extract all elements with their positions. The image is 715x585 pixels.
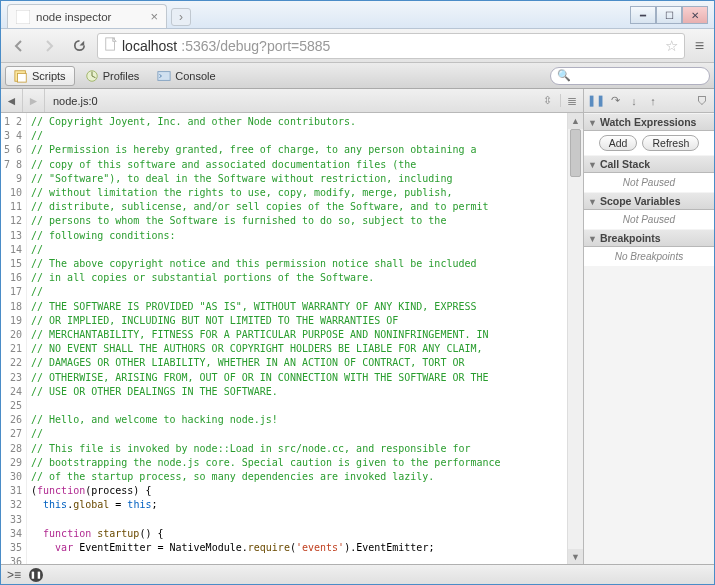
call-stack-body: Not Paused — [584, 173, 714, 192]
back-button[interactable] — [7, 34, 31, 58]
disclosure-triangle-icon: ▼ — [588, 234, 597, 244]
console-prompt-icon[interactable]: >≡ — [7, 568, 21, 582]
tab-console[interactable]: Console — [149, 67, 223, 85]
tab-console-label: Console — [175, 70, 215, 82]
file-selector-label: node.js:0 — [53, 95, 98, 107]
forward-button[interactable] — [37, 34, 61, 58]
devtools-search-input[interactable]: 🔍 — [550, 67, 710, 85]
disclosure-triangle-icon: ▼ — [588, 160, 597, 170]
pause-button[interactable]: ❚❚ — [588, 93, 604, 109]
nav-prev-button[interactable]: ◄ — [1, 89, 23, 112]
deactivate-breakpoints-button[interactable]: ⛉ — [694, 93, 710, 109]
disclosure-triangle-icon: ▼ — [588, 118, 597, 128]
step-out-button[interactable]: ↑ — [645, 93, 661, 109]
devtools-toolbar: Scripts Profiles Console 🔍 — [1, 63, 714, 89]
profiles-icon — [85, 69, 99, 83]
text-icon: ≣ — [567, 94, 577, 108]
step-over-button[interactable]: ↷ — [607, 93, 623, 109]
reload-button[interactable] — [67, 34, 91, 58]
minimize-button[interactable]: ━ — [630, 6, 656, 24]
chevron-updown-icon: ⇳ — [543, 94, 552, 107]
call-stack-header[interactable]: ▼Call Stack — [584, 155, 714, 173]
disclosure-triangle-icon: ▼ — [588, 197, 597, 207]
close-window-button[interactable]: ✕ — [682, 6, 708, 24]
tab-profiles[interactable]: Profiles — [77, 67, 148, 85]
chrome-menu-icon[interactable]: ≡ — [691, 37, 708, 55]
scope-variables-body: Not Paused — [584, 210, 714, 229]
search-icon: 🔍 — [557, 69, 571, 82]
scroll-up-icon[interactable]: ▲ — [568, 113, 583, 129]
url-path: :5363/debug?port=5885 — [181, 38, 330, 54]
line-gutter: 1 2 3 4 5 6 7 8 9 10 11 12 13 14 15 16 1… — [1, 113, 27, 565]
debug-controls: ❚❚ ↷ ↓ ↑ ⛉ — [584, 89, 714, 112]
debug-side-pane: ▼Watch Expressions Add Refresh ▼Call Sta… — [584, 113, 714, 565]
url-host: localhost — [122, 38, 177, 54]
maximize-button[interactable]: ☐ — [656, 6, 682, 24]
tab-title: node inspector — [36, 11, 144, 23]
window-titlebar: node inspector × › ━ ☐ ✕ — [1, 1, 714, 29]
svg-rect-5 — [158, 71, 170, 80]
scripts-icon — [14, 69, 28, 83]
svg-rect-3 — [18, 73, 27, 82]
code-pane: 1 2 3 4 5 6 7 8 9 10 11 12 13 14 15 16 1… — [1, 113, 584, 565]
watch-expressions-header[interactable]: ▼Watch Expressions — [584, 113, 714, 131]
source-subbar: ◄ ► node.js:0 ⇳ ≣ ❚❚ ↷ ↓ ↑ ⛉ — [1, 89, 714, 113]
page-icon — [104, 37, 118, 54]
new-tab-button[interactable]: › — [171, 8, 191, 26]
search-field[interactable] — [571, 70, 703, 82]
bookmark-star-icon[interactable]: ☆ — [665, 37, 678, 55]
pause-on-exceptions-icon[interactable]: ❚❚ — [29, 568, 43, 582]
step-into-button[interactable]: ↓ — [626, 93, 642, 109]
code-content[interactable]: // Copyright Joyent, Inc. and other Node… — [27, 113, 567, 565]
tab-close-icon[interactable]: × — [150, 9, 158, 24]
scope-variables-header[interactable]: ▼Scope Variables — [584, 192, 714, 210]
breakpoints-header[interactable]: ▼Breakpoints — [584, 229, 714, 247]
console-drawer-bar: >≡ ❚❚ — [1, 564, 714, 584]
url-input[interactable]: localhost:5363/debug?port=5885 ☆ — [97, 33, 685, 59]
browser-tab[interactable]: node inspector × — [7, 4, 167, 28]
add-watch-button[interactable]: Add — [599, 135, 638, 151]
scroll-down-icon[interactable]: ▼ — [568, 549, 583, 565]
address-bar: localhost:5363/debug?port=5885 ☆ ≡ — [1, 29, 714, 63]
tab-scripts-label: Scripts — [32, 70, 66, 82]
scroll-thumb[interactable] — [570, 129, 581, 177]
tab-profiles-label: Profiles — [103, 70, 140, 82]
refresh-watch-button[interactable]: Refresh — [642, 135, 699, 151]
console-icon — [157, 69, 171, 83]
svg-rect-0 — [16, 10, 30, 24]
file-selector[interactable]: node.js:0 ⇳ — [45, 94, 561, 107]
nav-next-button[interactable]: ► — [23, 89, 45, 112]
main-split: 1 2 3 4 5 6 7 8 9 10 11 12 13 14 15 16 1… — [1, 113, 714, 565]
page-favicon-icon — [16, 10, 30, 24]
breakpoints-body: No Breakpoints — [584, 247, 714, 266]
chevron-right-icon: › — [179, 10, 183, 24]
tab-scripts[interactable]: Scripts — [5, 66, 75, 86]
format-button[interactable]: ≣ — [561, 94, 583, 108]
vertical-scrollbar[interactable]: ▲ ▼ — [567, 113, 583, 565]
